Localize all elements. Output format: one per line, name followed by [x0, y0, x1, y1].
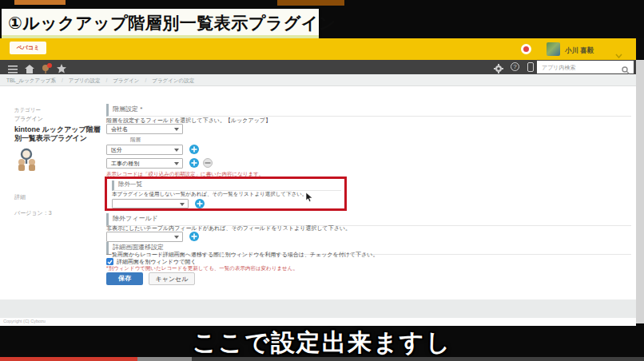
- select-arrow-icon: [174, 236, 179, 239]
- copyright-text: Copyright (C) Cybozu: [3, 319, 46, 323]
- lookup-field-select[interactable]: 会社名: [106, 124, 183, 134]
- add-exclude-field-button[interactable]: [189, 232, 199, 241]
- select-arrow-icon: [174, 162, 179, 165]
- notification-dot-icon[interactable]: [521, 44, 531, 54]
- kintone-header: [0, 38, 636, 60]
- version-label: バージョン：3: [14, 209, 52, 217]
- category-label: カテゴリー: [14, 107, 41, 114]
- video-title-banner: ①ルックアップ階層別一覧表示プラグイン: [2, 9, 319, 38]
- exclude-field-select[interactable]: [106, 232, 183, 242]
- breadcrumb-app[interactable]: TBL_ルックアップ系: [6, 77, 56, 83]
- plugin-name: kintone ルックアップ階層別一覧表示プラグイン: [14, 125, 105, 143]
- user-avatar[interactable]: [547, 42, 560, 56]
- new-window-checkbox[interactable]: [106, 258, 113, 265]
- footer-band: [0, 300, 636, 318]
- footer-strip: [0, 318, 636, 326]
- level1-select[interactable]: 区分: [106, 145, 183, 155]
- add-exclude-list-button[interactable]: [195, 199, 205, 208]
- exclude-list-description: 本プラグインを使用しない一覧があれば、その一覧をリストより選択して下さい。: [112, 191, 307, 198]
- video-progress-buffer[interactable]: [137, 357, 192, 361]
- category-value: プラグイン: [14, 115, 43, 123]
- select-arrow-icon: [180, 203, 185, 206]
- breadcrumb-plugin[interactable]: プラグイン: [113, 77, 139, 83]
- remove-level-button[interactable]: [203, 158, 213, 168]
- breadcrumb-separator: /: [62, 77, 63, 83]
- video-progress-track[interactable]: [192, 357, 644, 361]
- frame-right-edge: [636, 60, 644, 323]
- add-level-button-2[interactable]: [189, 158, 199, 168]
- company-logo[interactable]: ペパコミ: [10, 42, 46, 54]
- video-subtitle: ここで設定出来ますし: [0, 327, 644, 359]
- lookup-field-value: 会社名: [111, 126, 128, 132]
- mobile-icon[interactable]: [527, 62, 534, 72]
- add-level-button[interactable]: [189, 145, 199, 154]
- video-accent-bar: [14, 0, 66, 5]
- cancel-button[interactable]: キャンセル: [149, 272, 195, 285]
- breadcrumb-separator: /: [145, 77, 146, 83]
- level1-value: 区分: [111, 147, 122, 153]
- user-name[interactable]: 小川 喜毅: [565, 46, 594, 56]
- breadcrumb-plugin-settings: プラグインの設定: [152, 77, 194, 83]
- select-arrow-icon: [174, 149, 179, 152]
- search-input[interactable]: [537, 61, 634, 73]
- select-arrow-icon: [174, 128, 179, 131]
- video-progress-played[interactable]: [0, 357, 137, 361]
- details-label[interactable]: 詳細: [14, 193, 26, 201]
- section-title-exclude-list: 除外一覧: [112, 180, 341, 191]
- breadcrumb: TBL_ルックアップ系/アプリの設定/プラグイン/プラグインの設定: [0, 74, 636, 86]
- level-label: 階層: [130, 137, 141, 144]
- people-search-icon: [14, 146, 40, 175]
- level2-select[interactable]: 工事の種別: [106, 158, 183, 169]
- section-title-hierarchy: 階層設定 *: [106, 104, 631, 117]
- mouse-cursor-icon: [306, 192, 313, 206]
- frame-corner: [636, 38, 644, 60]
- detail-transition-note: *別ウィンドウで開いたレコードを更新しても、一覧の表示内容は変わりません。: [106, 265, 298, 272]
- breadcrumb-app-settings[interactable]: アプリの設定: [69, 77, 101, 83]
- video-accent-bar-2: [277, 0, 344, 6]
- breadcrumb-separator: /: [105, 77, 107, 83]
- exclude-list-select[interactable]: [112, 199, 189, 208]
- save-button[interactable]: 保存: [106, 272, 143, 285]
- level2-value: 工事の種別: [111, 161, 139, 166]
- help-icon[interactable]: ?: [511, 62, 519, 71]
